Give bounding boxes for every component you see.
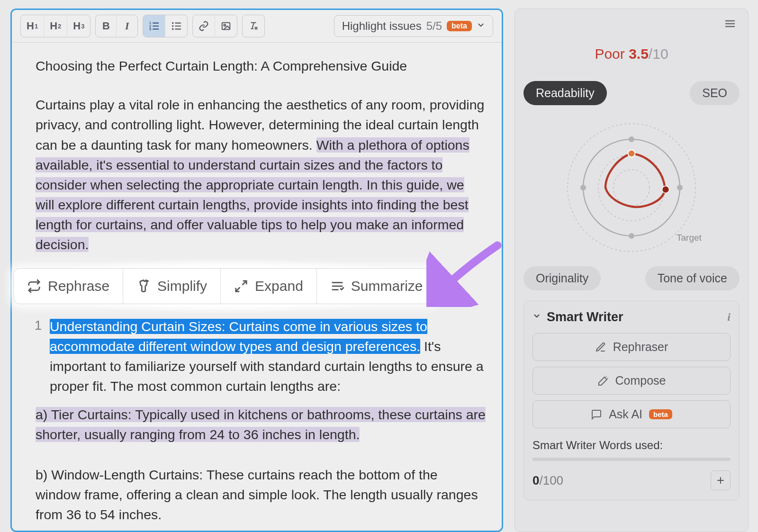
highlight-issues-count: 5/5 (426, 19, 442, 33)
ordered-list-button[interactable]: 123 (143, 15, 165, 37)
ask-ai-button[interactable]: Ask AI beta (532, 400, 731, 428)
ask-ai-label: Ask AI (609, 407, 642, 421)
radar-target-label: Target (677, 233, 702, 243)
svg-point-26 (629, 233, 634, 239)
rephraser-button[interactable]: Rephraser (532, 333, 731, 361)
link-button[interactable] (193, 15, 215, 37)
h3-button[interactable]: H3 (67, 15, 90, 37)
add-words-button[interactable]: + (711, 470, 731, 490)
simplify-label: Simplify (157, 278, 207, 294)
beta-badge: beta (447, 21, 472, 31)
compose-label: Compose (615, 374, 666, 388)
clear-format-button[interactable] (243, 15, 264, 37)
svg-point-29 (662, 186, 669, 193)
score-label: Poor (595, 46, 624, 62)
highlight-issues-label: Highlight issues (342, 19, 422, 33)
beta-badge: beta (649, 409, 672, 419)
unordered-list-button[interactable] (165, 15, 187, 37)
chip-tone[interactable]: Tone of voice (645, 266, 740, 290)
sub-item-a-highlight: a) Tier Curtains: Typically used in kitc… (36, 407, 486, 442)
simplify-button[interactable]: Simplify (123, 269, 221, 304)
summarize-icon (330, 279, 344, 293)
summarize-label: Summarize (351, 278, 423, 294)
bold-button[interactable]: B (96, 15, 117, 37)
info-icon[interactable]: i (727, 311, 731, 324)
expand-label: Expand (255, 278, 303, 294)
svg-rect-12 (222, 23, 230, 30)
chevron-down-icon (532, 312, 541, 323)
score-value: 3.5 (629, 46, 649, 62)
usage-label: Smart Writer Words used: (532, 439, 731, 452)
radar-chart: Target (523, 108, 740, 264)
list-number: 1 (35, 316, 42, 335)
edit-icon (595, 342, 606, 353)
h1-button[interactable]: H1 (21, 15, 44, 37)
score-display: Poor 3.5/10 (523, 46, 740, 62)
svg-point-24 (629, 136, 634, 142)
clear-format-group (242, 15, 265, 37)
rephrase-button[interactable]: Rephrase (14, 269, 123, 304)
sub-item-a: a) Tier Curtains: Typically used in kitc… (36, 405, 486, 444)
smart-writer-title: Smart Writer (547, 310, 623, 325)
image-button[interactable] (215, 15, 237, 37)
simplify-icon (136, 279, 151, 293)
smart-writer-header[interactable]: Smart Writer i (532, 310, 731, 325)
score-max: /10 (649, 46, 668, 62)
rephrase-icon (27, 279, 41, 293)
summarize-button[interactable]: Summarize (317, 269, 436, 304)
selected-text: Understanding Curtain Sizes: Curtains co… (50, 319, 427, 354)
svg-point-13 (224, 24, 226, 26)
bottom-chips: Originality Tone of voice (523, 266, 740, 290)
para1-highlight: With a plethora of options available, it… (36, 137, 469, 252)
document-title: Choosing the Perfect Curtain Length: A C… (36, 56, 486, 76)
sidebar-menu-button[interactable] (721, 18, 740, 33)
svg-point-10 (172, 25, 174, 27)
rephrase-label: Rephrase (48, 278, 109, 294)
svg-text:3: 3 (149, 27, 151, 31)
usage-limit: /100 (539, 473, 563, 487)
selection-action-bar: Rephrase Simplify Expand Summarize (13, 268, 437, 304)
paragraph-1: Curtains play a vital role in enhancing … (36, 95, 486, 254)
list-item-1: 1 Understanding Curtain Sizes: Curtains … (36, 316, 486, 397)
editor-toolbar: H1 H2 H3 B I 123 (12, 10, 502, 43)
usage-bar (532, 458, 731, 461)
sidebar-panel: Poor 3.5/10 Readability SEO (514, 9, 749, 532)
svg-point-25 (677, 185, 683, 190)
svg-point-22 (614, 170, 650, 206)
top-chips: Readability SEO (523, 81, 740, 105)
italic-button[interactable]: I (117, 15, 137, 37)
list-group: 123 (143, 15, 188, 37)
rephraser-label: Rephraser (613, 340, 668, 354)
highlight-issues-dropdown[interactable]: Highlight issues 5/5 beta (334, 15, 493, 37)
insert-group (192, 15, 237, 37)
usage-row: 0/100 + (532, 470, 731, 490)
sub-item-b: b) Window-Length Curtains: These curtain… (36, 465, 486, 525)
action-bar-container: Rephrase Simplify Expand Summarize (13, 268, 437, 304)
smart-writer-panel: Smart Writer i Rephraser Compose Ask AI … (523, 301, 740, 500)
svg-point-27 (580, 185, 586, 190)
expand-button[interactable]: Expand (221, 269, 317, 304)
h2-button[interactable]: H2 (44, 15, 67, 37)
chat-icon (591, 409, 602, 420)
expand-icon (234, 279, 248, 293)
compose-button[interactable]: Compose (532, 367, 731, 395)
heading-group: H1 H2 H3 (20, 15, 90, 37)
chip-originality[interactable]: Originality (523, 266, 601, 290)
chevron-down-icon (477, 21, 485, 32)
usage-used: 0 (532, 473, 539, 487)
chip-seo[interactable]: SEO (690, 81, 740, 105)
format-group: B I (95, 15, 138, 37)
svg-point-9 (172, 22, 174, 24)
chip-readability[interactable]: Readability (523, 81, 607, 105)
wand-icon (597, 375, 609, 387)
svg-point-11 (172, 28, 174, 30)
svg-point-28 (628, 150, 635, 157)
